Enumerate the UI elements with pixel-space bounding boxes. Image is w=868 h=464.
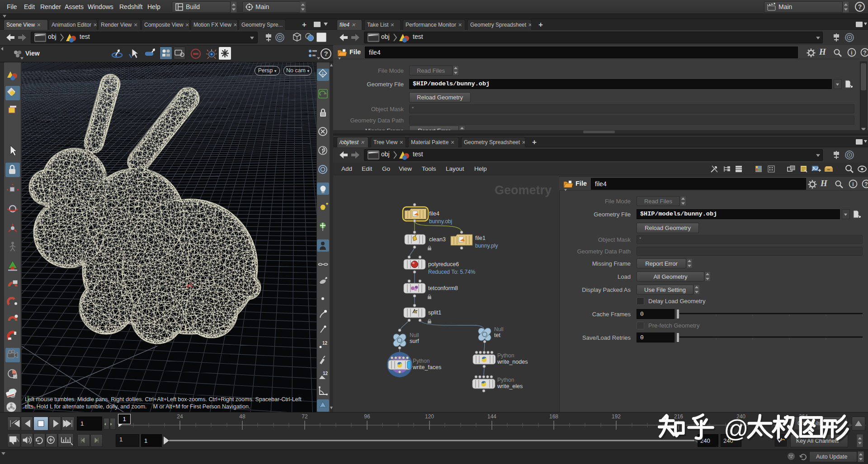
svg-text:144: 144 (487, 413, 496, 420)
svg-text:i: i (852, 181, 854, 187)
svg-text:12: 12 (323, 371, 328, 376)
svg-text:clean3: clean3 (429, 236, 446, 243)
svg-text:120: 120 (425, 413, 434, 420)
svg-text:bunny.ply: bunny.ply (475, 243, 498, 249)
svg-text:tet: tet (494, 332, 500, 338)
svg-text:?: ? (858, 3, 862, 10)
svg-text:72: 72 (302, 413, 308, 420)
svg-text:surf: surf (410, 338, 419, 344)
svg-text:Null: Null (494, 326, 504, 333)
svg-text:12: 12 (322, 341, 328, 346)
svg-text:48: 48 (239, 413, 245, 420)
svg-text:write_faces: write_faces (412, 364, 441, 370)
svg-text:Python: Python (413, 358, 429, 364)
svg-text:Null: Null (410, 332, 419, 338)
svg-text:split1: split1 (428, 309, 441, 316)
svg-text:Python: Python (497, 377, 514, 383)
svg-text:24: 24 (177, 413, 183, 420)
svg-text:?: ? (324, 50, 328, 57)
svg-text:96: 96 (364, 413, 370, 420)
svg-text:file1: file1 (475, 235, 486, 241)
svg-text:@: @ (724, 415, 749, 442)
svg-text:192: 192 (612, 413, 621, 420)
svg-text:Python: Python (497, 352, 514, 359)
svg-text:write_eles: write_eles (497, 383, 523, 389)
svg-text:?: ? (863, 50, 866, 56)
svg-text:file4: file4 (429, 211, 439, 217)
svg-text:bunny.obj: bunny.obj (429, 218, 452, 225)
svg-text:Reduced To: 5.74%: Reduced To: 5.74% (428, 269, 476, 275)
svg-text:polyreduce6: polyreduce6 (428, 261, 459, 267)
svg-text:write_nodes: write_nodes (497, 359, 528, 365)
svg-text:168: 168 (549, 413, 558, 420)
svg-text:?: ? (864, 181, 868, 187)
svg-text:tetconform8: tetconform8 (428, 285, 458, 291)
svg-text:i: i (851, 50, 852, 56)
